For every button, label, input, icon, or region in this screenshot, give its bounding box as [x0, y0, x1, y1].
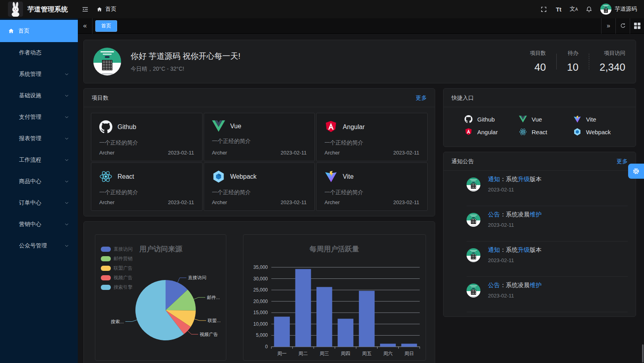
theme-settings-button[interactable] — [628, 164, 644, 179]
sidebar-item-workflow[interactable]: 工作流程 — [0, 149, 78, 171]
sidebar-item-home[interactable]: 首页 — [0, 20, 78, 42]
react-icon — [99, 170, 112, 183]
svg-text:周六: 周六 — [383, 351, 393, 356]
quick-link-webpack[interactable]: Webpack — [573, 126, 628, 138]
notice-item[interactable]: 通知：系统升级版本 2023-02-11 — [467, 241, 628, 277]
project-tile-github[interactable]: Github 一个正经的简介 Archer 2023-02-11 — [91, 113, 202, 161]
refresh-icon[interactable] — [615, 18, 630, 34]
github-icon — [465, 115, 472, 123]
scroll-tabs-right-icon[interactable]: » — [601, 18, 615, 34]
sidebar-item-order[interactable]: 订单中心 — [0, 192, 78, 214]
sidebar-item-system[interactable]: 系统管理 — [0, 64, 78, 85]
svg-text:邮件...: 邮件... — [207, 295, 220, 300]
project-tile-vite[interactable]: Vite 一个正经的简介 Archer 2023-02-11 — [316, 162, 428, 211]
legend-swatch — [101, 285, 111, 290]
chevron-down-icon — [64, 136, 69, 141]
menu-fold-icon[interactable] — [78, 0, 93, 18]
legend-item[interactable]: 搜索引擎 — [101, 282, 133, 292]
tile-date: 2023-02-11 — [281, 150, 307, 156]
scrollbar[interactable] — [642, 344, 644, 363]
quick-link-vue[interactable]: Vue — [519, 113, 573, 126]
notice-date: 2023-02-11 — [488, 257, 542, 263]
svg-text:周三: 周三 — [320, 351, 329, 356]
notice-avatar — [467, 284, 480, 297]
breadcrumb[interactable]: 首页 — [96, 6, 116, 13]
notice-item[interactable]: 通知：系统升级版本 2023-02-11 — [467, 171, 628, 206]
svg-text:15,000: 15,000 — [253, 310, 268, 315]
legend-item[interactable]: 邮件营销 — [101, 254, 133, 263]
notice-item[interactable]: 公告：系统凌晨维护 2023-02-11 — [467, 277, 628, 312]
svg-text:5,000: 5,000 — [256, 332, 268, 338]
tile-author: Archer — [212, 150, 227, 156]
svg-text:周二: 周二 — [299, 351, 308, 356]
chevron-down-icon — [64, 179, 69, 184]
sidebar-item-infra[interactable]: 基础设施 — [0, 85, 78, 106]
notice-more-link[interactable]: 更多 — [617, 158, 628, 165]
breadcrumb-item: 首页 — [105, 6, 116, 13]
main-content: 你好 芋道源码 祝你开心每一天! 今日晴，20°C - 32°C! 项目数 40… — [78, 34, 644, 363]
home-icon — [8, 28, 14, 34]
svg-text:10,000: 10,000 — [253, 321, 268, 327]
project-tile-angular[interactable]: Angular 一个正经的简介 Archer 2023-02-11 — [316, 113, 428, 161]
svg-text:25,000: 25,000 — [253, 287, 268, 293]
svg-text:35,000: 35,000 — [253, 265, 268, 270]
projects-more-link[interactable]: 更多 — [416, 95, 427, 102]
legend-item[interactable]: 直接访问 — [101, 244, 133, 254]
project-tile-vue[interactable]: Vue 一个正经的简介 Archer 2023-02-11 — [204, 113, 315, 161]
svg-text:每周用户活跃量: 每周用户活跃量 — [309, 245, 359, 253]
logo-area: 芋道管理系统 — [0, 0, 78, 18]
sidebar-item-marketing[interactable]: 营销中心 — [0, 214, 78, 235]
chevron-down-icon — [64, 115, 69, 120]
project-tile-react[interactable]: React 一个正经的简介 Archer 2023-02-11 — [91, 162, 202, 211]
notice-date: 2023-02-11 — [488, 187, 542, 193]
legend-item[interactable]: 视频广告 — [101, 273, 133, 282]
sidebar-item-product[interactable]: 商品中心 — [0, 171, 78, 192]
gear-icon — [632, 167, 640, 175]
bell-icon[interactable] — [583, 3, 595, 15]
tile-author: Archer — [212, 199, 227, 205]
quick-link-vite[interactable]: Vite — [573, 113, 628, 126]
notice-item[interactable]: 公告：系统凌晨维护 2023-02-11 — [467, 206, 628, 241]
vite-icon — [573, 115, 581, 123]
tab-menu-grid-icon[interactable] — [630, 18, 644, 34]
stat-projects: 项目数 40 — [530, 50, 546, 73]
weather-text: 今日晴，20°C - 32°C! — [131, 66, 241, 73]
legend-item[interactable]: 联盟广告 — [101, 263, 133, 273]
app-logo — [8, 2, 23, 17]
chevron-down-icon — [64, 93, 69, 98]
locale-icon[interactable]: 文A — [568, 3, 580, 15]
collapse-tabs-left-icon[interactable]: « — [78, 18, 93, 34]
font-size-icon[interactable]: Tt — [553, 3, 565, 15]
bar-chart: 05,00010,00015,00020,00025,00030,00035,0… — [243, 235, 426, 361]
sidebar-item-report[interactable]: 报表管理 — [0, 128, 78, 149]
svg-text:周日: 周日 — [405, 351, 414, 356]
sidebar-item-wechat[interactable]: 公众号管理 — [0, 235, 78, 257]
divider — [556, 54, 557, 70]
tile-date: 2023-02-11 — [393, 199, 419, 205]
pie-legend: 直接访问 邮件营销 联盟广告 视频广告 — [101, 244, 133, 292]
app-title: 芋道管理系统 — [27, 5, 68, 14]
sidebar-item-author-news[interactable]: 作者动态 — [0, 42, 78, 64]
quick-entry-card: 快捷入口 Github Vue — [443, 88, 636, 147]
stat-visits: 项目访问 2,340 — [600, 50, 625, 73]
user-menu[interactable]: 芋道源码 — [600, 4, 637, 15]
fullscreen-icon[interactable] — [538, 3, 550, 15]
user-name: 芋道源码 — [615, 6, 637, 13]
quick-link-react[interactable]: React — [519, 126, 573, 138]
chevron-down-icon — [64, 158, 69, 162]
chevron-down-icon — [64, 243, 69, 248]
tab-home[interactable]: 首页 — [95, 20, 117, 32]
quick-link-github[interactable]: Github — [465, 113, 519, 126]
welcome-avatar — [93, 48, 121, 75]
chevron-down-icon — [64, 222, 69, 227]
svg-text:用户访问来源: 用户访问来源 — [139, 245, 183, 253]
legend-swatch — [101, 266, 111, 271]
angular-icon — [465, 128, 472, 136]
project-tile-webpack[interactable]: Webpack 一个正经的简介 Archer 2023-02-11 — [204, 162, 315, 211]
sidebar-item-payment[interactable]: 支付管理 — [0, 106, 78, 128]
divider — [589, 54, 589, 70]
tile-author: Archer — [99, 150, 114, 156]
welcome-stats: 项目数 40 待办 10 项目访问 2,340 — [530, 50, 626, 73]
vite-icon — [324, 170, 337, 183]
quick-link-angular[interactable]: Angular — [465, 126, 519, 138]
